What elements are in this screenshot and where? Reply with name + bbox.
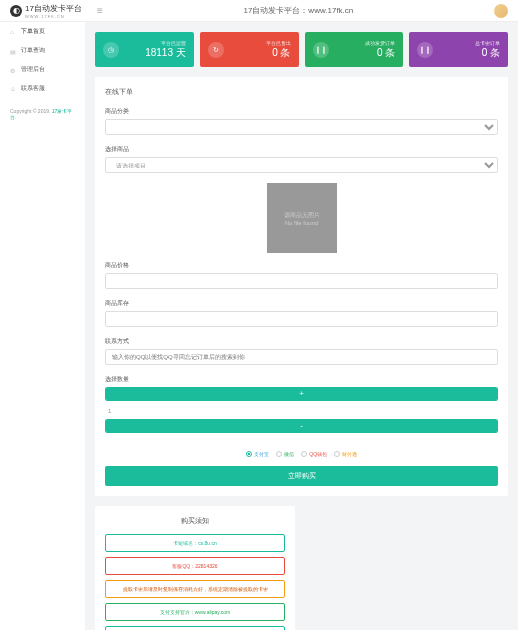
notice-item: 支付支持官方：www.alipay.com xyxy=(105,603,285,621)
label-stock: 商品库存 xyxy=(105,299,498,308)
category-select[interactable] xyxy=(105,119,498,135)
refresh-icon: ↻ xyxy=(208,42,224,58)
qty-minus[interactable]: - xyxy=(106,420,497,432)
notice-item: 卡短域名：cs.8u.cn xyxy=(105,534,285,552)
stat-cards: ◷平台已运营18113 天 ↻平台已售出0 条 ❙❙成功发货订单0 条 ❙❙总卡… xyxy=(95,32,508,67)
copyright: Copyright © 2019. 17发卡平台. xyxy=(0,98,85,130)
nav-orders[interactable]: ▤订单查询 xyxy=(0,41,85,60)
notice-item: 17自动发卡平台：www.17fk.cn xyxy=(105,626,285,630)
pay-wechat[interactable]: 微信 xyxy=(276,451,294,457)
product-select[interactable]: 请选择项目 xyxy=(105,157,498,173)
notice-title: 购买须知 xyxy=(105,516,285,526)
price-display xyxy=(105,273,498,289)
label-contact: 联系方式 xyxy=(105,337,498,346)
sidebar: ⌂下单首页 ▤订单查询 ⚙管理后台 ☺联系客服 Copyright © 2019… xyxy=(0,22,85,630)
qty-value: 1 xyxy=(105,403,498,419)
list-icon: ▤ xyxy=(10,48,16,54)
avatar[interactable] xyxy=(494,4,508,18)
panel-title: 在线下单 xyxy=(105,87,498,97)
clock-icon: ◷ xyxy=(103,42,119,58)
card-uptime: ◷平台已运营18113 天 xyxy=(95,32,194,67)
contact-input[interactable] xyxy=(105,349,498,365)
card-success: ❙❙成功发货订单0 条 xyxy=(305,32,404,67)
logo: ◐ 17自动发卡平台 WWW.17FK.CN xyxy=(10,3,82,19)
nav-home[interactable]: ⌂下单首页 xyxy=(0,22,85,41)
header: ◐ 17自动发卡平台 WWW.17FK.CN ≡ 17自动发卡平台：www.17… xyxy=(0,0,518,22)
radio-icon xyxy=(334,451,340,457)
payment-options: 支付宝 微信 QQ钱包 财付通 xyxy=(105,443,498,466)
notice-item: 提取卡密后请及时复制保存消耗方好，系统定期清除被提取的卡密 xyxy=(105,580,285,598)
pause-icon: ❙❙ xyxy=(313,42,329,58)
stock-display xyxy=(105,311,498,327)
user-icon: ☺ xyxy=(10,86,16,92)
home-icon: ⌂ xyxy=(10,29,16,35)
logo-icon: ◐ xyxy=(10,5,22,17)
label-product: 选择商品 xyxy=(105,145,498,154)
submit-button[interactable]: 立即购买 xyxy=(105,466,498,486)
pay-alipay[interactable]: 支付宝 xyxy=(246,451,269,457)
nav-admin[interactable]: ⚙管理后台 xyxy=(0,60,85,79)
notice-panel: 购买须知 卡短域名：cs.8u.cn 客服QQ：22814326 提取卡密后请及… xyxy=(95,506,295,630)
qty-plus[interactable]: + xyxy=(106,388,497,400)
label-price: 商品价格 xyxy=(105,261,498,270)
label-category: 商品分类 xyxy=(105,107,498,116)
card-total: ❙❙总卡密订单0 条 xyxy=(409,32,508,67)
pay-tenpay[interactable]: 财付通 xyxy=(334,451,357,457)
radio-icon xyxy=(276,451,282,457)
nav-contact[interactable]: ☺联系客服 xyxy=(0,79,85,98)
order-panel: 在线下单 商品分类 选择商品请选择项目 该商品无图片No file found … xyxy=(95,77,508,496)
radio-icon xyxy=(301,451,307,457)
pay-qq[interactable]: QQ钱包 xyxy=(301,451,327,457)
card-sold: ↻平台已售出0 条 xyxy=(200,32,299,67)
page-title: 17自动发卡平台：www.17fk.cn xyxy=(103,5,494,16)
brand-name: 17自动发卡平台 xyxy=(25,3,82,14)
label-qty: 选择数量 xyxy=(105,375,498,384)
notice-item: 客服QQ：22814326 xyxy=(105,557,285,575)
brand-sub: WWW.17FK.CN xyxy=(25,14,82,19)
radio-icon xyxy=(246,451,252,457)
product-image-placeholder: 该商品无图片No file found xyxy=(267,183,337,253)
gear-icon: ⚙ xyxy=(10,67,16,73)
pause-icon: ❙❙ xyxy=(417,42,433,58)
